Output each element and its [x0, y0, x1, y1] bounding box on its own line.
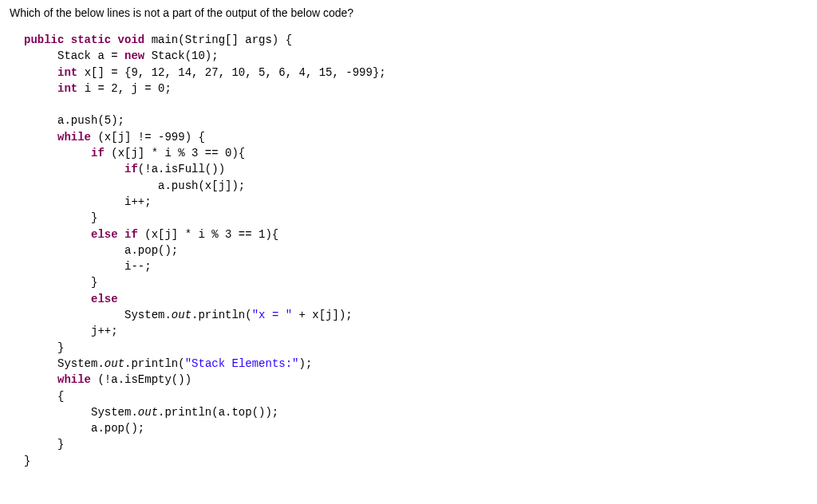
code-text — [24, 293, 91, 305]
code-line: j++; — [24, 325, 118, 337]
code-line: else — [24, 293, 118, 305]
keyword: while — [57, 131, 91, 144]
code-line: i--; — [24, 260, 152, 273]
code-line: int x[] = {9, 12, 14, 27, 10, 5, 6, 4, 1… — [24, 66, 386, 79]
static-ref: out — [172, 309, 191, 321]
code-text: Stack a = — [24, 49, 124, 62]
code-text: .println( — [191, 309, 252, 321]
code-text: (x[j] != -999) { — [91, 131, 205, 144]
code-line: Stack a = new Stack(10); — [24, 49, 219, 62]
keyword: public static void — [24, 33, 144, 46]
code-line: { — [24, 390, 64, 403]
code-text — [24, 163, 124, 175]
code-text: ); — [299, 357, 313, 370]
code-text: x[] = {9, 12, 14, 27, 10, 5, 6, 4, 15, -… — [77, 66, 385, 79]
code-line: i++; — [24, 195, 152, 208]
code-text — [24, 373, 57, 386]
code-text — [24, 82, 57, 95]
code-line: } — [24, 211, 97, 224]
keyword: if — [91, 147, 105, 159]
code-line: System.out.println(a.top()); — [24, 406, 278, 419]
code-line: } — [24, 341, 64, 354]
code-line: a.push(5); — [24, 114, 124, 127]
code-text: .println( — [124, 357, 185, 370]
code-text — [24, 131, 57, 144]
code-line: } — [24, 455, 30, 467]
code-text: i = 2, j = 0; — [77, 82, 172, 95]
static-ref: out — [105, 357, 124, 370]
code-line: if (x[j] * i % 3 == 0){ — [24, 147, 245, 159]
keyword: else — [91, 293, 118, 305]
code-line: } — [24, 438, 64, 451]
keyword: if — [124, 163, 138, 175]
keyword: while — [57, 373, 91, 386]
code-text: (!a.isFull()) — [138, 163, 225, 175]
string-literal: "Stack Elements:" — [185, 357, 299, 370]
code-text — [24, 147, 91, 159]
code-text: (!a.isEmpty()) — [91, 373, 191, 386]
code-line: public static void main(String[] args) { — [24, 33, 292, 46]
code-line: a.pop(); — [24, 244, 178, 257]
code-text: (x[j] * i % 3 == 0){ — [105, 147, 245, 159]
keyword: int — [57, 82, 77, 95]
code-line: while (!a.isEmpty()) — [24, 373, 191, 386]
code-text: System. — [24, 309, 172, 321]
code-text: System. — [24, 357, 105, 370]
code-text: System. — [24, 406, 138, 419]
code-block: public static void main(String[] args) {… — [10, 32, 807, 469]
code-line: System.out.println("x = " + x[j]); — [24, 309, 353, 321]
code-line: a.push(x[j]); — [24, 179, 245, 192]
string-literal: "x = " — [252, 309, 292, 321]
code-text — [24, 228, 91, 241]
code-text: .println(a.top()); — [158, 406, 278, 419]
code-text: (x[j] * i % 3 == 1){ — [138, 228, 278, 241]
code-line: int i = 2, j = 0; — [24, 82, 172, 95]
code-text: main(String[] args) { — [144, 33, 292, 46]
code-line: else if (x[j] * i % 3 == 1){ — [24, 228, 278, 241]
code-text: Stack(10); — [144, 49, 218, 62]
code-line: while (x[j] != -999) { — [24, 131, 205, 144]
code-line: System.out.println("Stack Elements:"); — [24, 357, 312, 370]
static-ref: out — [138, 406, 158, 419]
question-text: Which of the below lines is not a part o… — [10, 6, 807, 19]
code-text: + x[j]); — [292, 309, 353, 321]
keyword: else if — [91, 228, 138, 241]
keyword: new — [124, 49, 144, 62]
keyword: int — [57, 66, 77, 79]
code-line: if(!a.isFull()) — [24, 163, 225, 175]
code-line: } — [24, 276, 97, 289]
code-line: a.pop(); — [24, 422, 144, 435]
code-text — [24, 66, 57, 79]
